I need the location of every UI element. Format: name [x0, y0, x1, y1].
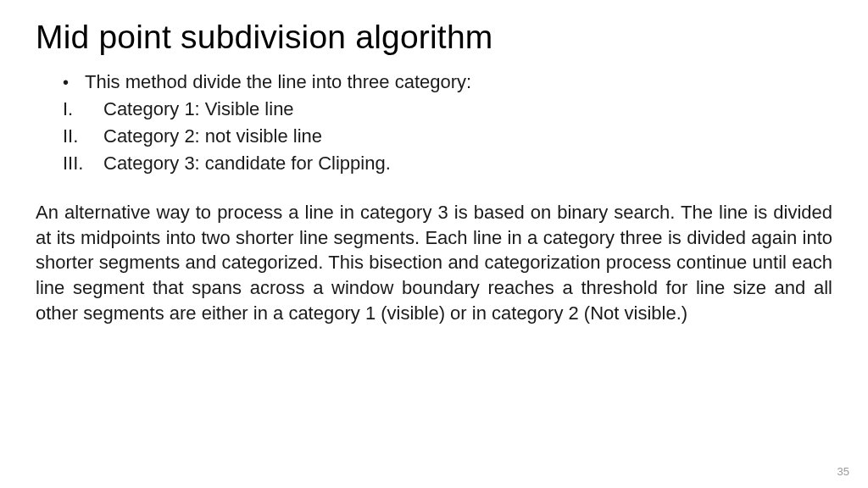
slide-content: • This method divide the line into three…: [36, 71, 832, 325]
intro-bullet-row: • This method divide the line into three…: [63, 71, 832, 93]
category-text: Category 3: candidate for Clipping.: [103, 152, 391, 175]
category-marker: II.: [63, 125, 103, 147]
category-marker: I.: [63, 98, 103, 120]
intro-bullet-text: This method divide the line into three c…: [85, 71, 471, 93]
category-row: II. Category 2: not visible line: [63, 125, 832, 147]
category-text: Category 1: Visible line: [103, 98, 294, 120]
category-marker: III.: [63, 152, 103, 175]
category-row: I. Category 1: Visible line: [63, 98, 832, 120]
slide-title: Mid point subdivision algorithm: [36, 19, 832, 56]
slide: Mid point subdivision algorithm • This m…: [0, 0, 868, 488]
category-row: III. Category 3: candidate for Clipping.: [63, 152, 832, 175]
spacer: [63, 180, 832, 200]
bullet-icon: •: [63, 73, 85, 92]
category-text: Category 2: not visible line: [103, 125, 322, 147]
page-number: 35: [837, 465, 849, 478]
body-paragraph: An alternative way to process a line in …: [36, 200, 832, 325]
